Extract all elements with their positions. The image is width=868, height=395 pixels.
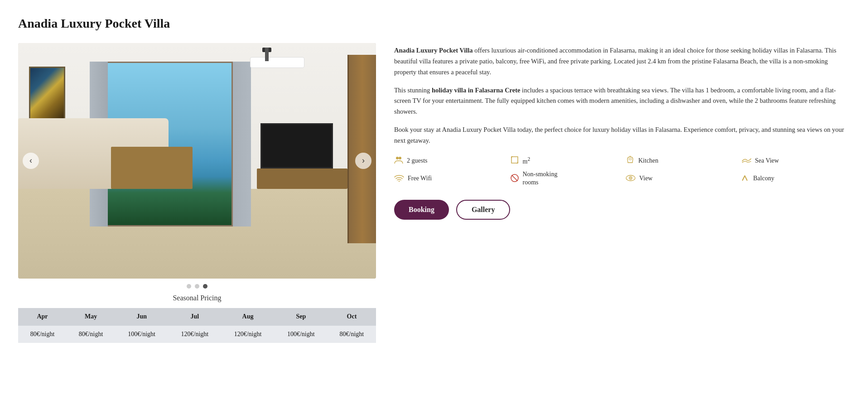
guests-icon (394, 156, 403, 165)
balcony-icon (742, 175, 750, 183)
room-door (347, 55, 376, 243)
amenity-nosmoking: Non-smokingrooms (510, 170, 619, 187)
ac-unit (250, 57, 304, 68)
booking-button[interactable]: Booking (394, 200, 449, 220)
amenity-kitchen: Kitchen (626, 155, 734, 166)
desc-para1: Anadia Luxury Pocket Villa offers luxuri… (394, 45, 850, 78)
svg-point-0 (396, 157, 399, 159)
property-carousel: ‹ › (18, 43, 376, 279)
amenity-area: m2 (510, 155, 619, 166)
pricing-col-apr: Apr (18, 308, 67, 325)
desc-para2: This stunning holiday villa in Falasarna… (394, 85, 850, 118)
seaview-icon (742, 157, 752, 164)
svg-point-7 (629, 158, 632, 160)
carousel-dot-1[interactable] (187, 284, 191, 289)
amenities-grid: 2 guests m2 (394, 155, 850, 187)
television (260, 123, 333, 169)
kitchen-icon (626, 155, 635, 166)
svg-point-14 (630, 178, 631, 178)
desc-para3: Book your stay at Anadia Luxury Pocket V… (394, 125, 850, 146)
wall-painting (29, 67, 65, 121)
desc-para1-title: Anadia Luxury Pocket Villa (394, 47, 473, 54)
room-image (18, 43, 376, 279)
price-oct: 80€/night (328, 326, 376, 343)
pricing-col-sep: Sep (275, 308, 328, 325)
svg-rect-2 (511, 157, 518, 163)
pricing-col-oct: Oct (328, 308, 376, 325)
right-column: Anadia Luxury Pocket Villa offers luxuri… (394, 43, 850, 220)
light-pole (265, 48, 269, 61)
nosmoking-label: Non-smokingrooms (523, 170, 558, 187)
carousel-prev-button[interactable]: ‹ (23, 153, 39, 169)
left-column: ‹ › Seasonal Pricing Apr May Jun Jul (18, 43, 376, 343)
desc-para2-bold: holiday villa in Falasarna Crete (432, 87, 521, 94)
seaview-label: Sea View (755, 157, 779, 165)
wifi-label: Free Wifi (408, 174, 432, 183)
pricing-values-row: 80€/night 80€/night 100€/night 120€/nigh… (18, 326, 376, 343)
amenity-guests: 2 guests (394, 155, 503, 166)
wifi-icon (394, 174, 404, 183)
carousel-dot-3[interactable] (203, 284, 207, 289)
nosmoking-icon (510, 173, 519, 184)
amenity-balcony: Balcony (742, 170, 850, 187)
area-label: m2 (523, 156, 530, 166)
pricing-col-aug: Aug (221, 308, 274, 325)
desc-para2-intro: This stunning (394, 87, 432, 94)
page-title: Anadia Luxury Pocket Villa (18, 14, 850, 34)
view-label: View (639, 174, 652, 183)
svg-point-9 (399, 181, 400, 182)
balcony-label: Balcony (753, 174, 775, 183)
price-sep: 100€/night (275, 326, 328, 343)
price-apr: 80€/night (18, 326, 67, 343)
curtain-right (233, 62, 251, 226)
amenity-view: View (626, 170, 734, 187)
coffee-table (111, 147, 193, 189)
main-layout: ‹ › Seasonal Pricing Apr May Jun Jul (18, 43, 850, 343)
property-description: Anadia Luxury Pocket Villa offers luxuri… (394, 45, 850, 146)
svg-line-11 (511, 175, 517, 181)
amenity-seaview: Sea View (742, 155, 850, 166)
svg-point-1 (399, 157, 401, 159)
seasonal-pricing-title: Seasonal Pricing (18, 292, 376, 304)
pricing-table: Apr May Jun Jul Aug Sep Oct 80€/night 80… (18, 308, 376, 343)
view-icon (626, 175, 636, 183)
tv-stand (257, 169, 347, 189)
carousel-dots (18, 284, 376, 289)
pricing-col-jul: Jul (168, 308, 221, 325)
area-icon (510, 155, 519, 166)
price-may: 80€/night (67, 326, 115, 343)
action-buttons: Booking Gallery (394, 200, 850, 220)
carousel-next-button[interactable]: › (355, 153, 371, 169)
carousel-dot-2[interactable] (195, 284, 199, 289)
pricing-col-jun: Jun (115, 308, 168, 325)
page-wrapper: Anadia Luxury Pocket Villa (0, 0, 868, 356)
guests-label: 2 guests (407, 157, 428, 165)
price-aug: 120€/night (221, 326, 274, 343)
gallery-button[interactable]: Gallery (456, 200, 511, 220)
amenity-wifi: Free Wifi (394, 170, 503, 187)
price-jul: 120€/night (168, 326, 221, 343)
price-jun: 100€/night (115, 326, 168, 343)
pricing-col-may: May (67, 308, 115, 325)
pricing-header-row: Apr May Jun Jul Aug Sep Oct (18, 308, 376, 325)
kitchen-label: Kitchen (638, 157, 658, 165)
